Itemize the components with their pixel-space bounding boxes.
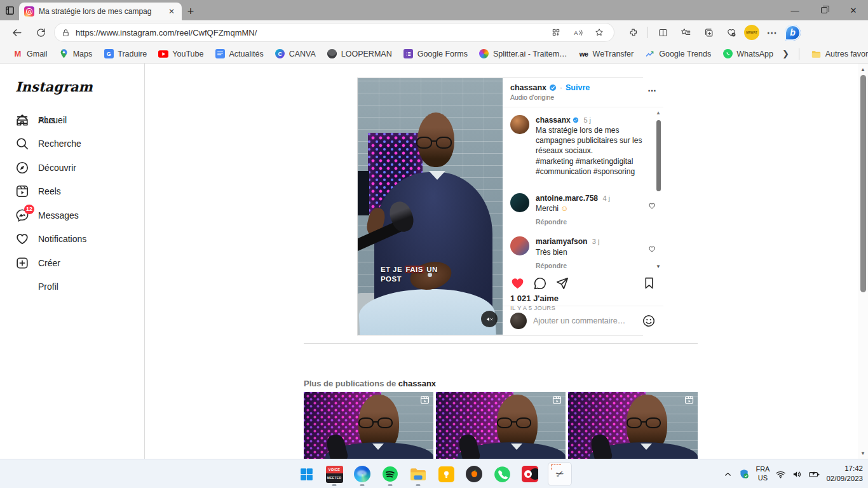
follow-button[interactable]: Suivre [566,83,590,92]
collections-icon[interactable] [698,23,719,42]
extensions-icon[interactable] [623,23,643,42]
bookmark-whatsapp[interactable]: WhatsApp [717,47,778,61]
save-bookmark-button[interactable] [642,276,656,290]
back-button[interactable] [6,23,27,42]
bookmark-maps[interactable]: Maps [54,47,98,61]
page-scrollbar[interactable]: ▲ ▼ [858,64,868,459]
reel-video[interactable]: ET JE FAIS UNPOST [358,78,503,335]
emoji-picker-icon[interactable] [642,314,656,328]
voicemeeter-icon[interactable]: VOICEMEETER [324,461,344,487]
refresh-button[interactable] [31,23,51,42]
tab-close-icon[interactable]: ✕ [166,7,177,16]
clock[interactable]: 17:4202/09/2023 [826,464,863,484]
scroll-up-icon[interactable]: ▲ [858,65,868,74]
bookmark-wetransfer[interactable]: weWeTransfer [574,47,639,61]
bookmark-youtube[interactable]: YouTube [153,47,208,61]
file-explorer-icon[interactable] [408,461,428,487]
canva-icon: C [275,49,285,59]
address-bar[interactable]: A [55,24,614,41]
bookmark-traduire[interactable]: GTraduire [98,47,152,61]
browser-profile-avatar[interactable]: MRWAT [744,25,759,40]
instagram-logo[interactable]: Instagram [15,79,93,95]
comment-avatar[interactable] [510,193,529,212]
post-thumbnail[interactable] [568,392,698,459]
like-count[interactable]: 1 021 J'aime [510,294,656,303]
scroll-down-icon[interactable]: ▼ [654,264,662,269]
start-button[interactable] [296,461,316,487]
apps-grid-icon[interactable] [548,27,564,37]
bookmark-actualites[interactable]: Actualités [210,47,268,61]
comment-username[interactable]: mariamyafson [536,237,587,246]
scrollbar-thumb[interactable] [860,75,866,292]
bookmark-looperman[interactable]: LOOPERMAN [322,47,397,61]
snipping-tool-icon[interactable]: ✂ [548,462,572,486]
toolbar-divider [648,27,648,38]
edge-icon[interactable] [352,461,372,487]
restore-button[interactable] [810,0,839,20]
scrollbar-thumb[interactable] [656,120,661,191]
post-thumbnail[interactable] [436,392,566,459]
whatsapp-taskbar-icon[interactable] [492,461,512,487]
read-aloud-icon[interactable]: A [569,27,586,38]
audio-label[interactable]: Audio d'origine [510,93,656,101]
comment-row: mariamyafson 3 j Très bien Répondre [510,236,647,270]
caption-avatar[interactable] [510,115,529,134]
bing-chat-icon[interactable]: b [785,25,801,41]
new-tab-button[interactable]: + [182,3,200,20]
bookmark-splitter[interactable]: Splitter.ai - Traitem… [474,47,573,61]
comment-button[interactable] [533,276,547,290]
share-button[interactable] [555,276,569,290]
wetransfer-icon: we [579,49,589,59]
comment-input[interactable] [533,316,635,325]
minimize-button[interactable]: — [780,0,810,20]
google-trends-icon [645,49,655,59]
browser-essentials-icon[interactable] [721,23,742,42]
bookmark-canva[interactable]: CCANVA [270,47,321,61]
bookmarks-overflow-chevron-icon[interactable]: ❯ [780,49,792,58]
caption-hashtags[interactable]: #marketing #marketingdigital #communicat… [536,156,647,177]
close-button[interactable]: ✕ [839,0,868,20]
reply-button[interactable]: Répondre [536,261,599,270]
mute-button[interactable] [481,311,498,327]
tray-chevron-icon[interactable] [723,470,733,479]
instagram-favicon-icon [24,6,34,17]
reel-badge-icon [552,395,562,405]
url-input[interactable] [76,28,543,37]
wifi-icon[interactable] [775,469,786,480]
sidebar-item-plus[interactable]: Plus [0,108,144,132]
comments-scrollbar[interactable]: ▲ ▼ [654,110,662,269]
battery-icon[interactable] [808,469,820,480]
like-button[interactable] [510,276,525,290]
fl-studio-icon[interactable] [464,461,484,487]
music-player-icon[interactable] [520,461,540,487]
more-posts-grid [304,392,698,459]
reply-button[interactable]: Répondre [536,217,610,226]
comment-username[interactable]: antoine.marc.758 [536,194,598,203]
post-options-icon[interactable]: … [648,83,657,93]
smile-emoji: ☺ [560,204,568,213]
split-screen-icon[interactable] [653,23,673,42]
bookmarks-bar: MGmail Maps GTraduire YouTube Actualités… [0,44,868,64]
google-keep-icon[interactable] [436,461,456,487]
volume-icon[interactable] [792,469,803,480]
tab-actions-menu-icon[interactable] [0,0,19,20]
caption-username[interactable]: chassanx [536,116,571,125]
bookmark-google-trends[interactable]: Google Trends [640,47,716,61]
windows-security-icon[interactable] [738,468,750,480]
language-indicator[interactable]: FRAUS [756,465,770,483]
comment-avatar[interactable] [510,236,529,255]
looperman-icon [327,49,337,59]
other-favorites-folder[interactable]: Autres favoris [806,47,868,61]
scroll-up-icon[interactable]: ▲ [654,110,662,116]
favorite-star-icon[interactable] [591,27,607,37]
favorites-bar-icon[interactable] [675,23,696,42]
spotify-icon[interactable] [380,461,400,487]
post-username[interactable]: chassanx [510,83,546,92]
bookmark-gmail[interactable]: MGmail [8,47,53,61]
scroll-down-icon[interactable]: ▼ [858,449,868,458]
more-posts-username[interactable]: chassanx [398,379,436,388]
bookmark-google-forms[interactable]: Google Forms [398,47,473,61]
post-thumbnail[interactable] [304,392,433,459]
settings-menu-icon[interactable]: ⋯ [762,23,782,42]
browser-tab[interactable]: Ma stratégie lors de mes campag ✕ [19,3,182,20]
